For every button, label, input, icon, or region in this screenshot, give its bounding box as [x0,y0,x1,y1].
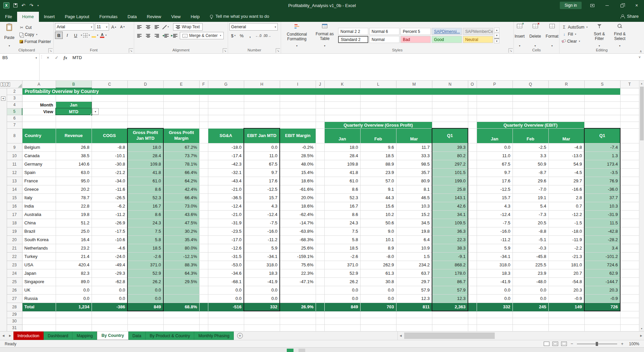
decrease-font-button[interactable]: A▼ [119,23,126,31]
cell[interactable]: Brazil [22,227,56,235]
ribbon-tab-formulas[interactable]: Formulas [94,12,122,22]
cell[interactable]: 16.7 [127,202,163,210]
cell[interactable]: 20.5 [513,219,548,227]
cell[interactable]: Germany [22,160,56,168]
cell[interactable]: 50.9 [513,160,548,168]
cell[interactable]: 57.0 [360,177,396,185]
cell[interactable]: -8.8 [513,227,548,235]
cell[interactable] [316,95,324,101]
column-header[interactable]: C [92,81,127,88]
format-painter-button[interactable]: Format Painter [18,38,52,45]
cell[interactable] [163,318,199,324]
cell[interactable]: -18.0 [208,143,244,151]
cell[interactable]: 43.6% [163,210,199,219]
cell[interactable]: 67.5 [477,160,513,168]
cell[interactable] [360,101,396,108]
cell[interactable] [163,115,199,122]
cell[interactable]: 8.1 [396,185,432,193]
cell[interactable]: 11.0 [477,151,513,160]
style-chip[interactable]: SAPMemberCell [463,28,493,35]
row-header[interactable]: 28 [7,303,22,311]
cell[interactable] [620,219,639,227]
cell[interactable]: 5.9 [477,244,513,252]
cell[interactable]: -12.1% [163,252,199,261]
cell[interactable]: -11.6 [92,185,127,193]
cell[interactable] [620,210,639,219]
cell[interactable] [620,193,639,202]
cell[interactable]: 0.0 [324,294,360,303]
cell[interactable] [199,269,208,277]
cell[interactable]: 25.8 [432,185,468,193]
cell[interactable] [199,286,208,294]
cell[interactable] [22,324,56,331]
copy-button[interactable]: Copy▾ [18,31,52,38]
save-button[interactable] [13,3,17,7]
cell[interactable] [163,95,199,101]
cell[interactable]: -36.5 [208,193,244,202]
cell[interactable]: 178.0 [432,269,468,277]
style-chip[interactable]: Normal 2 2 [338,28,368,35]
header-cell[interactable]: Gross Profit Margin [163,128,199,143]
cell[interactable]: 39.3 [432,143,468,151]
cell[interactable]: 78.1% [163,160,199,168]
row-header[interactable]: 11 [7,160,22,168]
sheet-tab-by-product-country[interactable]: By Product & Country [146,332,194,340]
column-header[interactable]: I [280,81,316,88]
decrease-decimal-button[interactable]: .00→ [263,32,271,39]
cell[interactable] [620,269,639,277]
cell[interactable] [316,286,324,294]
cell[interactable]: 18.6% [280,177,316,185]
find-select-button[interactable]: Find &Select ▾ [610,23,630,48]
cell[interactable]: 0.0 [127,286,163,294]
cell[interactable] [620,95,639,101]
close-button[interactable]: × [629,0,644,11]
cell[interactable]: -1.5 [548,219,584,227]
tab-scroll-left-button[interactable]: ◀ [0,332,7,340]
cell[interactable]: 318.0 [244,261,280,269]
cell[interactable] [244,324,280,331]
cell[interactable]: 23.9 [513,269,548,277]
cell[interactable] [620,318,639,324]
cell[interactable]: -2.6 [127,252,163,261]
cell[interactable]: 86.7 [432,277,468,286]
cell[interactable]: -28.2 [584,235,620,244]
cell[interactable]: 0.7 [548,202,584,210]
cell[interactable]: 61.3 [360,269,396,277]
cell[interactable] [316,115,324,122]
cell[interactable]: -32.1 [208,168,244,177]
cell[interactable]: -29.3 [92,269,127,277]
cell[interactable] [548,95,584,101]
cell[interactable]: 0.0 [92,294,127,303]
horizontal-scroll-track[interactable] [404,332,638,340]
cell[interactable]: -11.2 [92,210,127,219]
cell[interactable] [360,311,396,318]
cell[interactable]: Australia [22,210,56,219]
cell[interactable]: 23.9 [360,168,396,177]
increase-font-button[interactable]: A▲ [110,23,118,31]
sheet-tab-data[interactable]: Data [128,332,146,340]
cell[interactable] [199,185,208,193]
cell[interactable]: 8.6 [127,185,163,193]
row-header[interactable]: 24 [7,269,22,277]
cell[interactable]: 66.4% [163,168,199,177]
zoom-slider[interactable] [577,344,617,344]
cell[interactable] [280,115,316,122]
cell[interactable]: 26.8 [56,143,92,151]
cell[interactable]: 10.3 [396,202,432,210]
cell[interactable]: 332 [477,303,513,311]
italic-button[interactable]: I [63,32,71,39]
cell[interactable]: 18.6% [280,202,316,210]
cell[interactable] [199,122,208,128]
cell[interactable] [56,318,92,324]
cell[interactable]: -42.3 [208,160,244,168]
cell[interactable] [316,269,324,277]
cell[interactable] [56,311,92,318]
cell[interactable]: -34.1 [477,252,513,261]
cell[interactable] [620,88,639,95]
column-header[interactable]: K [324,81,360,88]
cell[interactable]: 64.3% [163,269,199,277]
row-header[interactable]: 3 [7,95,22,101]
cell[interactable] [620,324,639,331]
cell[interactable] [199,227,208,235]
cell[interactable]: 10.2 [360,210,396,219]
